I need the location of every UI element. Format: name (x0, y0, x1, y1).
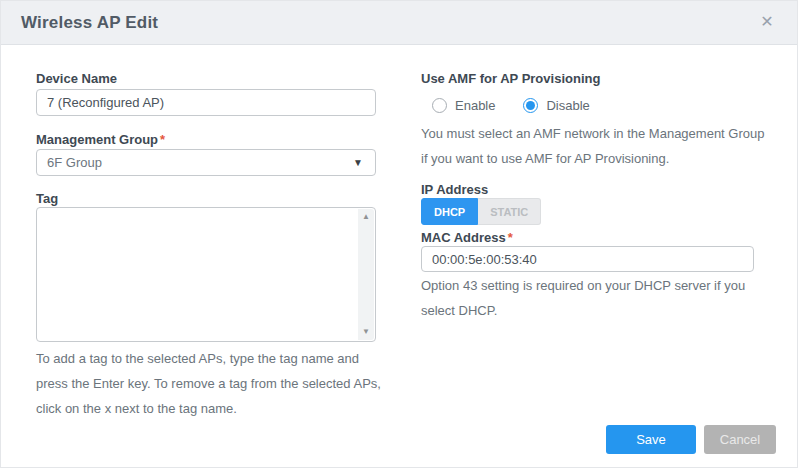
close-icon[interactable]: ✕ (757, 12, 777, 32)
radio-unchecked-icon (432, 98, 447, 113)
scroll-down-icon[interactable]: ▼ (362, 327, 370, 337)
radio-checked-icon (523, 98, 538, 113)
ip-address-label: IP Address (421, 182, 488, 197)
static-button[interactable]: STATIC (478, 198, 541, 225)
mac-help-text: Option 43 setting is required on your DH… (421, 273, 771, 323)
amf-radio-group: Enable Disable (432, 98, 590, 113)
management-group-label: Management Group* (36, 132, 165, 147)
mac-address-input[interactable] (421, 246, 754, 272)
management-group-select[interactable]: 6F Group ▼ (36, 149, 376, 176)
radio-enable[interactable]: Enable (432, 98, 495, 113)
save-button[interactable]: Save (606, 425, 696, 454)
ip-mode-toggle: DHCP STATIC (421, 198, 541, 225)
required-asterisk: * (508, 230, 513, 245)
dialog-header: Wireless AP Edit ✕ (1, 1, 797, 45)
tag-textarea-scrollbar[interactable]: ▲ ▼ (358, 209, 374, 340)
dhcp-button[interactable]: DHCP (421, 198, 478, 225)
dialog-title: Wireless AP Edit (21, 13, 158, 33)
tag-help-text: To add a tag to the selected APs, type t… (36, 346, 384, 421)
radio-disable[interactable]: Disable (523, 98, 589, 113)
management-group-selected-value: 6F Group (37, 155, 353, 170)
tag-textarea[interactable]: ▲ ▼ (36, 207, 376, 342)
required-asterisk: * (160, 132, 165, 147)
cancel-button[interactable]: Cancel (704, 425, 776, 454)
device-name-label: Device Name (36, 71, 117, 86)
scroll-up-icon[interactable]: ▲ (362, 212, 370, 222)
tag-label: Tag (36, 191, 58, 206)
radio-disable-label: Disable (546, 98, 589, 113)
chevron-down-icon: ▼ (353, 157, 375, 168)
radio-enable-label: Enable (455, 98, 495, 113)
amf-provisioning-label: Use AMF for AP Provisioning (421, 71, 600, 86)
mac-address-label: MAC Address* (421, 230, 513, 245)
amf-help-text: You must select an AMF network in the Ma… (421, 121, 771, 171)
device-name-input[interactable] (36, 89, 376, 116)
